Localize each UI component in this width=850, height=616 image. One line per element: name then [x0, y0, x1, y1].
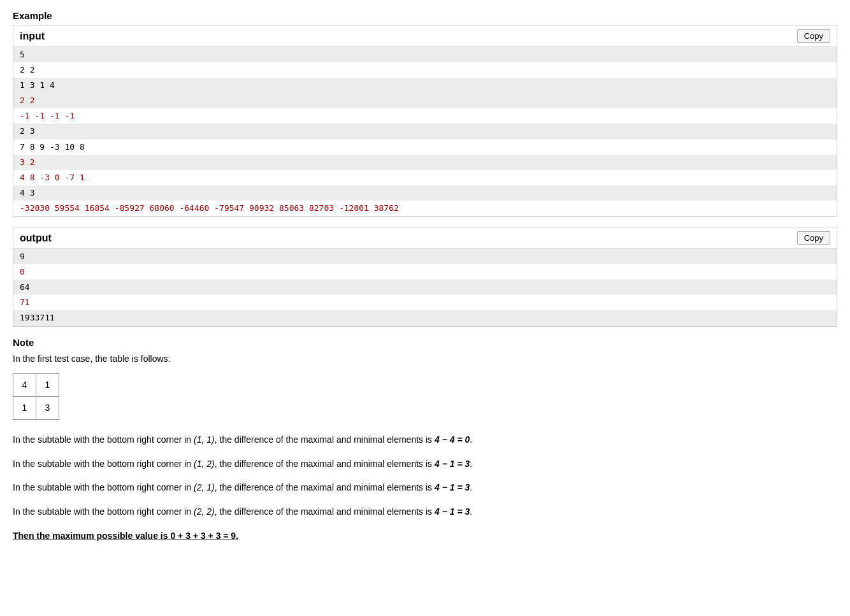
output-box: output Copy 9064711933711 — [13, 227, 837, 326]
input-row: 5 — [13, 47, 837, 62]
input-box: input Copy 52 21 3 1 42 2-1 -1 -1 -12 37… — [13, 25, 837, 217]
note-table: 4113 — [13, 373, 59, 420]
input-content: 52 21 3 1 42 2-1 -1 -1 -12 37 8 9 -3 10 … — [13, 47, 837, 216]
input-row: 2 3 — [13, 124, 837, 139]
output-row: 1933711 — [13, 310, 837, 326]
input-row: 2 2 — [13, 93, 837, 108]
input-row: 4 3 — [13, 185, 837, 201]
table-cell: 3 — [36, 396, 59, 419]
output-content: 9064711933711 — [13, 249, 837, 326]
input-copy-button[interactable]: Copy — [797, 29, 830, 43]
note-paragraph: In the subtable with the bottom right co… — [13, 505, 837, 520]
note-paragraph: In the subtable with the bottom right co… — [13, 457, 837, 472]
output-row: 71 — [13, 295, 837, 310]
note-paragraph: Then the maximum possible value is 0 + 3… — [13, 529, 837, 544]
input-row: 3 2 — [13, 155, 837, 170]
output-row: 64 — [13, 280, 837, 295]
input-row: -1 -1 -1 -1 — [13, 108, 837, 124]
input-row: 7 8 9 -3 10 8 — [13, 140, 837, 155]
note-paragraph: In the subtable with the bottom right co… — [13, 433, 837, 448]
input-row: 2 2 — [13, 62, 837, 78]
table-cell: 4 — [13, 373, 36, 396]
input-label: input — [20, 31, 45, 42]
table-cell: 1 — [13, 396, 36, 419]
output-row: 0 — [13, 264, 837, 280]
input-row: 4 8 -3 0 -7 1 — [13, 170, 837, 185]
note-paragraph: In the subtable with the bottom right co… — [13, 480, 837, 496]
note-title: Note — [13, 337, 837, 348]
output-copy-button[interactable]: Copy — [797, 231, 830, 245]
section-label: Example — [13, 10, 837, 21]
note-section: Note In the first test case, the table i… — [13, 337, 837, 544]
table-cell: 1 — [36, 373, 59, 396]
note-intro: In the first test case, the table is fol… — [13, 352, 837, 366]
output-row: 9 — [13, 249, 837, 264]
output-label: output — [20, 233, 52, 244]
input-row: 1 3 1 4 — [13, 78, 837, 93]
input-row: -32030 59554 16854 -85927 68060 -64460 -… — [13, 201, 837, 216]
